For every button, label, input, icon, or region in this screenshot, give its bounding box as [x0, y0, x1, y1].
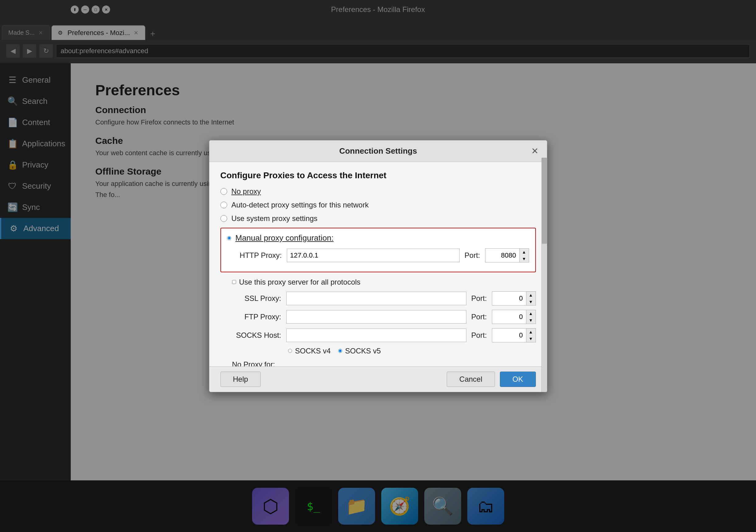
use-proxy-all-checkbox[interactable] [232, 280, 236, 284]
http-port-down[interactable]: ▼ [520, 255, 529, 262]
socks-v5-label[interactable]: SOCKS v5 [345, 347, 381, 355]
ftp-proxy-input[interactable] [286, 310, 466, 324]
manual-proxy-radio[interactable] [227, 236, 231, 240]
no-proxy-radio[interactable] [220, 188, 227, 195]
auto-detect-label[interactable]: Auto-detect proxy settings for this netw… [231, 201, 369, 209]
socks-port-spinner: ▲ ▼ [526, 329, 536, 342]
dialog-footer: Help Cancel OK [209, 366, 547, 392]
dialog-titlebar: Connection Settings ✕ [209, 141, 547, 162]
socks-version-row: SOCKS v4 SOCKS v5 [220, 347, 536, 355]
socks-v4-option[interactable]: SOCKS v4 [288, 347, 331, 355]
dialog-close-button[interactable]: ✕ [529, 146, 541, 157]
proxy-option-auto-detect[interactable]: Auto-detect proxy settings for this netw… [220, 201, 536, 209]
socks-port-up[interactable]: ▲ [526, 329, 536, 335]
dialog-scrollbar[interactable] [541, 158, 547, 392]
ssl-port-up[interactable]: ▲ [526, 292, 536, 298]
ftp-port-input[interactable] [492, 310, 526, 324]
proxy-option-no-proxy[interactable]: No proxy [220, 187, 536, 196]
manual-proxy-label[interactable]: Manual proxy configuration: [235, 233, 334, 243]
scrollbar-thumb[interactable] [542, 158, 547, 244]
socks-v5-radio[interactable] [338, 349, 342, 353]
socks-v4-label[interactable]: SOCKS v4 [295, 347, 331, 355]
no-proxy-section: No Proxy for: localhost, 127.0.0.1 [220, 360, 536, 366]
ssl-proxy-label: SSL Proxy: [232, 294, 281, 303]
ftp-port-wrapper: ▲ ▼ [492, 310, 536, 324]
ftp-port-label: Port: [471, 312, 487, 321]
ssl-port-spinner: ▲ ▼ [526, 292, 536, 305]
system-proxy-label[interactable]: Use system proxy settings [231, 214, 318, 223]
dialog-heading: Configure Proxies to Access the Internet [220, 171, 536, 180]
socks-v4-radio[interactable] [288, 349, 292, 353]
use-proxy-all-row[interactable]: Use this proxy server for all protocols [220, 278, 536, 286]
ssl-port-label: Port: [471, 294, 487, 303]
ssl-proxy-input[interactable] [286, 292, 466, 305]
ftp-proxy-row: FTP Proxy: Port: ▲ ▼ [220, 310, 536, 324]
ftp-port-down[interactable]: ▼ [526, 317, 536, 324]
socks-port-wrapper: ▲ ▼ [492, 328, 536, 342]
manual-config-box: Manual proxy configuration: HTTP Proxy: … [220, 228, 536, 272]
dialog-body: Configure Proxies to Access the Internet… [209, 162, 547, 366]
cancel-button[interactable]: Cancel [447, 372, 495, 387]
http-proxy-label: HTTP Proxy: [239, 251, 282, 260]
help-button[interactable]: Help [220, 372, 261, 387]
no-proxy-label[interactable]: No proxy [231, 187, 261, 196]
use-proxy-all-label[interactable]: Use this proxy server for all protocols [239, 278, 361, 286]
proxy-option-system[interactable]: Use system proxy settings [220, 214, 536, 223]
http-port-wrapper: ▲ ▼ [485, 248, 529, 262]
ssl-port-down[interactable]: ▼ [526, 298, 536, 305]
dialog-overlay: Connection Settings ✕ Configure Proxies … [0, 0, 756, 532]
socks-host-input[interactable] [286, 329, 466, 342]
connection-settings-dialog: Connection Settings ✕ Configure Proxies … [209, 140, 547, 392]
ok-button[interactable]: OK [500, 372, 536, 387]
dialog-title: Connection Settings [228, 146, 529, 156]
ssl-proxy-row: SSL Proxy: Port: ▲ ▼ [220, 291, 536, 306]
system-proxy-radio[interactable] [220, 215, 227, 222]
http-port-label: Port: [465, 251, 480, 260]
auto-detect-radio[interactable] [220, 201, 227, 208]
http-port-input[interactable] [485, 249, 519, 262]
socks-v5-option[interactable]: SOCKS v5 [338, 347, 381, 355]
http-port-up[interactable]: ▲ [520, 249, 529, 255]
ftp-port-spinner: ▲ ▼ [526, 310, 536, 324]
ssl-port-input[interactable] [492, 292, 526, 305]
no-proxy-for-label: No Proxy for: [232, 360, 536, 366]
ftp-port-up[interactable]: ▲ [526, 310, 536, 317]
socks-host-row: SOCKS Host: Port: ▲ ▼ [220, 328, 536, 342]
http-proxy-input[interactable] [287, 249, 460, 262]
socks-host-label: SOCKS Host: [232, 331, 281, 340]
socks-port-down[interactable]: ▼ [526, 335, 536, 342]
http-proxy-row: HTTP Proxy: Port: ▲ ▼ [227, 248, 529, 262]
ftp-proxy-label: FTP Proxy: [232, 312, 281, 321]
http-port-spinner: ▲ ▼ [519, 249, 529, 262]
socks-port-label: Port: [471, 331, 487, 340]
ssl-port-wrapper: ▲ ▼ [492, 291, 536, 306]
socks-port-input[interactable] [492, 329, 526, 342]
